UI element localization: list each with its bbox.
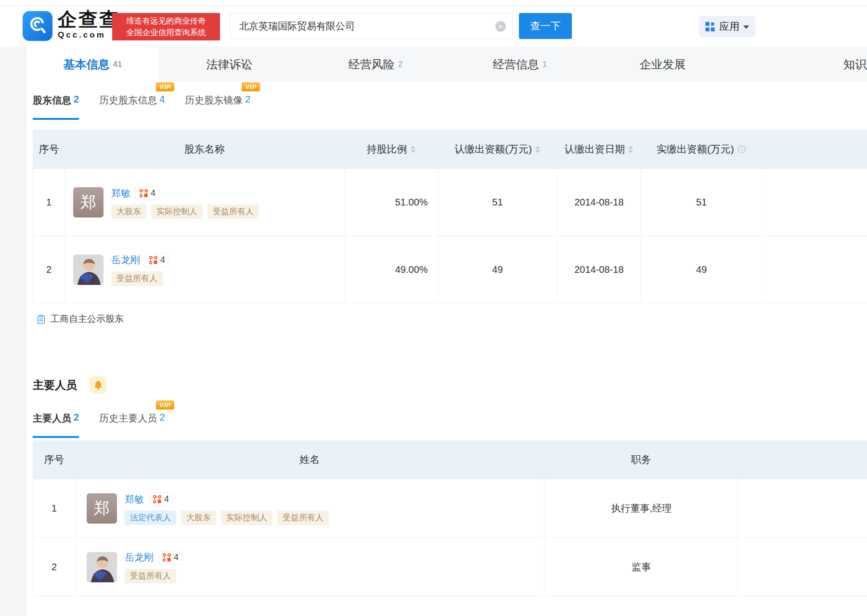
tag-actual-controller: 实际控制人 [221, 511, 272, 525]
personnel-subtabs: 主要人员 2 历史主要人员 2 VIP [33, 412, 165, 438]
subscribed-value: 49 [438, 236, 557, 303]
row-index: 2 [33, 236, 65, 303]
tag-major-shareholder: 大股东 [111, 205, 146, 219]
vip-badge: VIP [156, 82, 174, 91]
shareholder-name-link[interactable]: 郑敏 [111, 187, 130, 200]
subtab-history-personnel[interactable]: 历史主要人员 2 VIP [99, 412, 165, 438]
logo-title: 企查查 [58, 9, 120, 30]
qcc-company-page: 企查查 Qcc.com 缔造有远见的商业传奇 全国企业信用查询系统 ✕ 查一下 … [0, 0, 867, 616]
tab-operation-info[interactable]: 经营信息 1 [448, 47, 592, 82]
related-companies-icon [153, 495, 162, 504]
personnel-table-header: 序号 姓名 职务 [33, 440, 867, 479]
related-companies-badge[interactable]: 4 [149, 492, 173, 506]
subscribed-date: 2014-08-18 [557, 236, 640, 303]
table-row: 1 郑 郑敏 [33, 479, 867, 538]
related-companies-badge[interactable]: 4 [135, 186, 159, 200]
related-companies-icon [149, 256, 158, 265]
monitor-bell-button[interactable] [90, 376, 107, 394]
paid-value: 51 [640, 169, 762, 236]
row-index: 1 [33, 169, 65, 236]
extra-cell [762, 236, 867, 303]
slogan-line1: 缔造有远见的商业传奇 [112, 15, 220, 26]
person-cell: 郑 郑敏 [75, 479, 544, 538]
col-extra [738, 440, 867, 479]
subscribed-value: 51 [438, 169, 557, 236]
vip-badge: VIP [242, 82, 260, 91]
col-ratio[interactable]: 持股比例 [345, 130, 438, 168]
shareholder-name-link[interactable]: 岳龙刚 [111, 254, 140, 267]
section-title: 主要人员 [33, 378, 77, 393]
ratio-value: 51.00% [345, 169, 438, 236]
related-companies-icon [162, 553, 171, 562]
table-row: 2 [33, 538, 867, 596]
shareholder-cell: 岳龙刚 [65, 236, 345, 303]
avatar-photo[interactable] [73, 255, 104, 285]
col-subscribed-date[interactable]: 认缴出资日期 [557, 130, 640, 168]
avatar-photo[interactable] [87, 552, 117, 582]
tag-beneficial-owner: 受益所有人 [125, 569, 176, 583]
sort-icon[interactable] [535, 146, 540, 153]
tag-beneficial-owner: 受益所有人 [111, 271, 163, 286]
row-index: 2 [33, 538, 75, 596]
col-paid-capital: 实缴出资额(万元) [640, 130, 762, 168]
search-button[interactable]: 查一下 [519, 13, 572, 39]
apps-label: 应用 [719, 20, 739, 33]
apps-grid-icon [705, 22, 715, 32]
tab-intellectual-property[interactable]: 知识产权 [737, 47, 867, 82]
avatar[interactable]: 郑 [73, 187, 104, 218]
personnel-table: 序号 姓名 职务 1 郑 郑敏 [33, 440, 867, 596]
shareholders-table: 序号 股东名称 持股比例 认缴出资额(万元) 认缴出资日期 实缴出资额(万元) [33, 130, 867, 303]
company-nav-tabs: 基本信息 41 法律诉讼 经营风险 2 经营信息 1 企业发展 知识产权 [26, 47, 867, 82]
tab-count: 2 [398, 60, 402, 69]
self-disclosed-shareholders-link[interactable]: 工商自主公示股东 [36, 313, 124, 325]
slogan-line2: 全国企业信用查询系统 [112, 26, 220, 38]
slogan-banner: 缔造有远见的商业传奇 全国企业信用查询系统 [112, 13, 220, 40]
logo-text[interactable]: 企查查 Qcc.com [58, 9, 120, 40]
person-name-link[interactable]: 岳龙刚 [125, 551, 154, 564]
search-box: ✕ [230, 13, 513, 39]
sort-icon[interactable] [628, 146, 633, 153]
avatar[interactable]: 郑 [87, 493, 117, 524]
subscribed-date: 2014-08-18 [557, 169, 640, 236]
related-companies-badge[interactable]: 4 [158, 551, 182, 565]
related-companies-badge[interactable]: 4 [145, 253, 169, 267]
chevron-down-icon [743, 26, 749, 29]
tab-company-development[interactable]: 企业发展 [592, 47, 737, 82]
clear-search-icon[interactable]: ✕ [495, 21, 506, 32]
search-input[interactable] [231, 13, 513, 38]
extra-cell [738, 479, 867, 538]
subtab-shareholder-mirror[interactable]: 历史股东镜像 2 VIP [185, 94, 250, 120]
subtab-history-shareholders[interactable]: 历史股东信息 4 VIP [99, 94, 165, 120]
bell-icon [93, 380, 104, 390]
tab-count: 41 [113, 60, 122, 69]
col-num: 序号 [33, 130, 65, 168]
subtab-key-personnel[interactable]: 主要人员 2 [33, 412, 79, 438]
col-shareholder-name: 股东名称 [65, 130, 345, 168]
subtab-shareholders[interactable]: 股东信息 2 [33, 94, 79, 120]
tag-beneficial-owner: 受益所有人 [207, 205, 259, 219]
sort-icon[interactable] [411, 146, 415, 153]
left-margin-strip [0, 47, 26, 616]
col-person-name: 姓名 [75, 440, 544, 479]
tag-major-shareholder: 大股东 [181, 511, 216, 525]
tab-count: 1 [543, 60, 547, 69]
extra-cell [762, 169, 867, 236]
tab-legal-litigation[interactable]: 法律诉讼 [159, 47, 303, 82]
person-name-link[interactable]: 郑敏 [125, 493, 144, 506]
qcc-logo[interactable] [23, 11, 52, 41]
qcc-logo-icon [26, 14, 49, 38]
logo-domain: Qcc.com [58, 30, 120, 40]
tab-operation-risk[interactable]: 经营风险 2 [303, 47, 448, 82]
tab-basic-info[interactable]: 基本信息 41 [26, 47, 159, 82]
position-value: 执行董事,经理 [544, 479, 738, 538]
shareholders-table-header: 序号 股东名称 持股比例 认缴出资额(万元) 认缴出资日期 实缴出资额(万元) [33, 130, 867, 168]
extra-cell [738, 538, 867, 596]
col-subscribed-capital[interactable]: 认缴出资额(万元) [438, 130, 557, 168]
personnel-section-title: 主要人员 [33, 376, 107, 394]
person-cell: 岳龙刚 [75, 538, 544, 596]
info-icon[interactable] [738, 145, 746, 154]
shareholder-cell: 郑 郑敏 [65, 169, 345, 236]
row-index: 1 [33, 479, 75, 538]
vip-badge: VIP [156, 400, 174, 410]
apps-button[interactable]: 应用 [699, 16, 755, 37]
